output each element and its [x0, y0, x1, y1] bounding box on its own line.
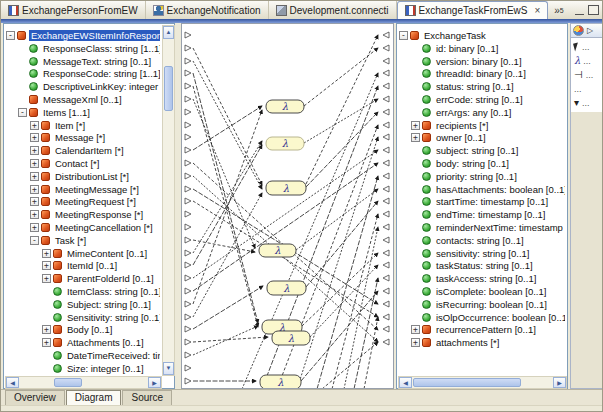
- collapse-icon[interactable]: -: [6, 31, 15, 40]
- expand-icon[interactable]: +: [30, 185, 39, 194]
- node-label[interactable]: isComplete: boolean [0..1]: [434, 286, 548, 297]
- palette-expand-icon[interactable]: ▷: [587, 26, 593, 35]
- tree-row[interactable]: ResponseClass: string [1..1]: [4, 42, 160, 55]
- source-port-icon[interactable]: [185, 134, 191, 140]
- mapping-link[interactable]: [304, 48, 378, 106]
- palette-tool[interactable]: ⊣...: [571, 68, 603, 82]
- node-label[interactable]: priority: string [0..1]: [434, 171, 519, 182]
- source-port-icon[interactable]: [185, 83, 191, 89]
- tree-row[interactable]: +Message [*]: [4, 131, 107, 144]
- source-port-icon[interactable]: [185, 237, 191, 243]
- node-label[interactable]: Body [0..1]: [65, 324, 114, 335]
- target-port-icon[interactable]: [383, 224, 389, 230]
- source-port-icon[interactable]: [185, 378, 191, 384]
- mapping-link[interactable]: [193, 48, 262, 185]
- target-port-icon[interactable]: [383, 237, 389, 243]
- node-label[interactable]: ResponseCode: string [1..1]: [41, 68, 160, 79]
- expand-icon[interactable]: +: [42, 261, 51, 270]
- expand-icon[interactable]: +: [30, 121, 39, 130]
- node-label[interactable]: id: binary [0..1]: [434, 43, 500, 54]
- node-label[interactable]: startTime: timestamp [0..1]: [434, 196, 550, 207]
- mapping-link[interactable]: [193, 73, 258, 323]
- tree-row[interactable]: priority: string [0..1]: [397, 170, 519, 183]
- tree-row[interactable]: -Items [1..1]: [4, 106, 92, 119]
- target-port-icon[interactable]: [383, 262, 389, 268]
- node-label[interactable]: CalendarItem [*]: [53, 145, 126, 156]
- target-port-icon[interactable]: [383, 275, 389, 281]
- node-label[interactable]: DescriptiveLinkKey: integer [0..1]: [41, 81, 160, 92]
- tree-row[interactable]: +Attachments [0..1]: [4, 336, 146, 349]
- target-port-icon[interactable]: [383, 198, 389, 204]
- source-port-icon[interactable]: [185, 288, 191, 294]
- mapping-link[interactable]: [193, 286, 263, 329]
- target-port-icon[interactable]: [383, 96, 389, 102]
- target-port-icon[interactable]: [383, 301, 389, 307]
- tree-row[interactable]: isRecurring: boolean [0..1]: [397, 298, 549, 311]
- node-label[interactable]: hasAttachments: boolean [0..1]: [434, 184, 565, 195]
- node-label[interactable]: errArgs: any [0..1]: [434, 107, 514, 118]
- editor-tab-exchangetaskfromews[interactable]: ExchangeTaskFromEwS×: [397, 1, 549, 19]
- node-label[interactable]: DistributionList [*]: [53, 171, 131, 182]
- restore-icon[interactable]: [588, 5, 599, 15]
- tree-row[interactable]: +recurrencePattern [0..1]: [397, 323, 538, 336]
- collapse-icon[interactable]: -: [30, 236, 39, 245]
- scrollbar-thumb[interactable]: [54, 378, 82, 387]
- node-label[interactable]: reminderNextTime: timestamp [0..1]: [434, 222, 565, 233]
- palette-tool[interactable]: λ...: [571, 54, 603, 68]
- source-port-icon[interactable]: [185, 224, 191, 230]
- node-label[interactable]: Attachments [0..1]: [65, 337, 146, 348]
- source-horizontal-scrollbar[interactable]: ◀ ▶: [5, 376, 162, 389]
- tree-row[interactable]: body: string [0..1]: [397, 157, 511, 170]
- node-label[interactable]: Sensitivity: string [0..1]: [65, 312, 160, 323]
- expand-icon[interactable]: +: [411, 325, 420, 334]
- node-label[interactable]: ExchangeTask: [422, 30, 488, 41]
- lambda-node[interactable]: λ: [266, 181, 306, 195]
- editor-tab-exchangenotification[interactable]: ExchangeNotification: [146, 1, 269, 19]
- expand-icon[interactable]: +: [411, 121, 420, 130]
- node-label[interactable]: ParentFolderId [0..1]: [65, 273, 156, 284]
- target-port-icon[interactable]: [383, 32, 389, 38]
- source-port-icon[interactable]: [185, 96, 191, 102]
- target-port-icon[interactable]: [383, 83, 389, 89]
- node-label[interactable]: Contact [*]: [53, 158, 101, 169]
- target-port-icon[interactable]: [383, 122, 389, 128]
- scroll-left-icon[interactable]: ◀: [399, 377, 412, 388]
- target-port-icon[interactable]: [383, 173, 389, 179]
- tree-row[interactable]: ResponseCode: string [1..1]: [4, 67, 160, 80]
- expand-icon[interactable]: +: [42, 274, 51, 283]
- target-port-icon[interactable]: [383, 339, 389, 345]
- node-label[interactable]: MeetingRequest [*]: [53, 196, 138, 207]
- node-label[interactable]: threadId: binary [0..1]: [434, 68, 528, 79]
- mapping-link[interactable]: [306, 112, 378, 187]
- tree-row[interactable]: subject: string [0..1]: [397, 144, 520, 157]
- more-tabs-chevron[interactable]: »5: [548, 1, 569, 19]
- mapping-canvas[interactable]: λλλλλλλλ: [181, 23, 394, 389]
- expand-icon[interactable]: +: [30, 210, 39, 219]
- target-port-icon[interactable]: [383, 70, 389, 76]
- collapse-icon[interactable]: -: [399, 31, 408, 40]
- node-label[interactable]: recurrencePattern [0..1]: [434, 324, 538, 335]
- tree-row[interactable]: version: binary [0..1]: [397, 55, 524, 68]
- node-label[interactable]: DateTimeReceived: timestamp [0..1]: [65, 350, 160, 361]
- lambda-node[interactable]: λ: [272, 331, 310, 345]
- tree-row[interactable]: -ExchangeEWSItemInfoResponseM: [4, 29, 160, 42]
- mapping-link[interactable]: [193, 86, 258, 327]
- source-port-icon[interactable]: [185, 352, 191, 358]
- target-port-icon[interactable]: [383, 160, 389, 166]
- tree-row[interactable]: Subject: string [0..1]: [4, 298, 153, 311]
- palette-tool[interactable]: ...: [571, 40, 603, 54]
- target-port-icon[interactable]: [383, 326, 389, 332]
- node-label[interactable]: sensitivity: string [0..1]: [434, 248, 531, 259]
- target-port-icon[interactable]: [383, 186, 389, 192]
- target-port-icon[interactable]: [383, 45, 389, 51]
- tree-row[interactable]: +MeetingResponse [*]: [4, 208, 145, 221]
- expand-icon[interactable]: +: [30, 223, 39, 232]
- node-label[interactable]: Item [*]: [53, 120, 87, 131]
- lambda-node[interactable]: λ: [266, 137, 304, 150]
- editor-tab-development.connecti[interactable]: Development.connecti: [269, 1, 397, 19]
- expand-icon[interactable]: +: [411, 133, 420, 142]
- tree-row[interactable]: +CalendarItem [*]: [4, 144, 126, 157]
- expand-icon[interactable]: +: [42, 325, 51, 334]
- node-label[interactable]: attachments [*]: [434, 337, 501, 348]
- close-tab-icon[interactable]: ×: [534, 6, 540, 16]
